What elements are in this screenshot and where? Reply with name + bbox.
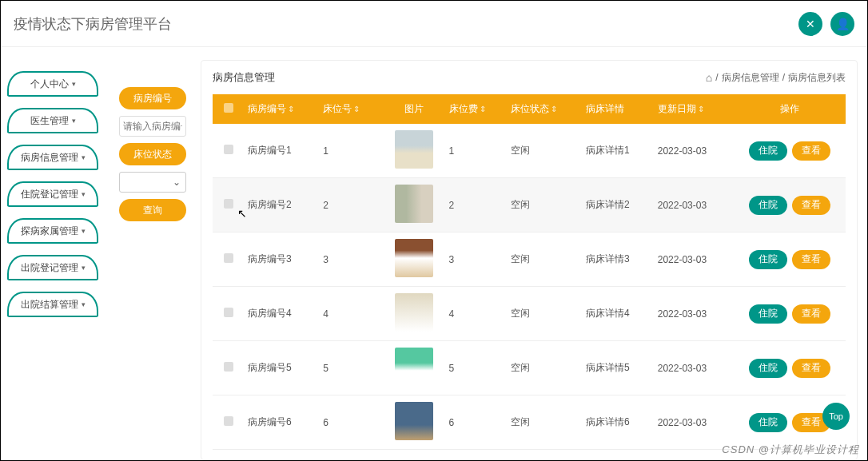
sidebar-item-2[interactable]: 病房信息管理 <box>7 145 98 170</box>
crumb-level-2: 病房信息列表 <box>788 71 846 85</box>
table-row: 病房编号444空闲病床详情42022-03-03住院查看 <box>213 287 846 341</box>
col-room[interactable]: 病房编号 <box>245 94 320 124</box>
sidebar-item-4[interactable]: 探病家属管理 <box>7 218 98 244</box>
cell-room: 病房编号4 <box>245 287 320 341</box>
bed-image[interactable] <box>395 239 433 277</box>
sidebar-item-6[interactable]: 出院结算管理 <box>7 292 98 317</box>
top-bar: 疫情状态下病房管理平台 ✕ 👤 <box>1 1 867 47</box>
cell-status: 空闲 <box>508 341 583 395</box>
cell-fee: 5 <box>446 341 508 395</box>
row-checkbox[interactable] <box>224 308 233 317</box>
main-content: 病房信息管理 ⌂ / 病房信息管理 / 病房信息列表 <box>201 47 867 460</box>
sidebar-item-5[interactable]: 出院登记管理 <box>7 255 98 280</box>
row-checkbox[interactable] <box>224 145 233 154</box>
breadcrumb: ⌂ / 病房信息管理 / 病房信息列表 <box>706 71 846 85</box>
checkin-button[interactable]: 住院 <box>749 141 787 161</box>
sidebar-item-3[interactable]: 住院登记管理 <box>7 181 98 207</box>
cell-date: 2022-03-03 <box>655 341 734 395</box>
col-status[interactable]: 床位状态 <box>508 94 583 124</box>
cell-bed: 4 <box>320 287 381 341</box>
cell-fee: 1 <box>446 124 508 178</box>
cell-date: 2022-03-03 <box>655 287 734 341</box>
cell-detail: 病床详情5 <box>583 341 655 395</box>
checkin-button[interactable]: 住院 <box>749 250 787 269</box>
app-title: 疫情状态下病房管理平台 <box>14 14 172 34</box>
checkin-button[interactable]: 住院 <box>749 413 787 432</box>
filter-status-label[interactable]: 床位状态 <box>119 143 186 165</box>
select-all-checkbox[interactable] <box>224 103 233 113</box>
scroll-top-button[interactable]: Top <box>822 403 850 430</box>
col-ops: 操作 <box>734 94 846 124</box>
cell-room: 病房编号1 <box>245 124 320 178</box>
user-button[interactable]: 👤 <box>830 12 854 36</box>
home-icon[interactable]: ⌂ <box>706 71 712 84</box>
filter-room-label[interactable]: 病房编号 <box>119 87 186 109</box>
table-row: 病房编号333空闲病床详情32022-03-03住院查看 <box>213 232 846 287</box>
cell-room: 病房编号5 <box>245 341 320 395</box>
user-icon: 👤 <box>836 18 850 30</box>
search-button[interactable]: 查询 <box>119 199 186 221</box>
row-checkbox[interactable] <box>224 362 233 372</box>
page-title: 病房信息管理 <box>213 70 275 85</box>
cell-bed: 3 <box>320 232 381 287</box>
cell-status: 空闲 <box>508 395 583 450</box>
content-card: 病房信息管理 ⌂ / 病房信息管理 / 病房信息列表 <box>201 60 858 460</box>
cell-date: 2022-03-03 <box>655 178 734 232</box>
table-wrapper: 病房编号 床位号 图片 床位费 床位状态 病床详情 更新日期 操作 病房编号11… <box>213 94 846 450</box>
table-row: 病房编号555空闲病床详情52022-03-03住院查看 <box>213 341 846 395</box>
bed-image[interactable] <box>395 185 433 223</box>
top-actions: ✕ 👤 <box>798 12 854 36</box>
view-button[interactable]: 查看 <box>792 250 830 269</box>
status-select[interactable]: ⌄ <box>119 172 186 193</box>
table-row: 病房编号111空闲病床详情12022-03-03住院查看 <box>213 124 846 178</box>
bed-image[interactable] <box>395 348 433 386</box>
cell-detail: 病床详情2 <box>583 178 655 232</box>
bed-image[interactable] <box>395 402 433 440</box>
row-checkbox[interactable] <box>224 416 233 426</box>
cell-detail: 病床详情4 <box>583 287 655 341</box>
cell-detail: 病床详情3 <box>583 232 655 287</box>
checkin-button[interactable]: 住院 <box>749 196 787 215</box>
crumb-level-1[interactable]: 病房信息管理 <box>722 71 779 85</box>
cell-fee: 6 <box>446 395 508 450</box>
crossed-tools-icon: ✕ <box>806 18 815 30</box>
app-window: 疫情状态下病房管理平台 ✕ 👤 个人中心医生管理病房信息管理住院登记管理探病家属… <box>0 0 868 461</box>
settings-button[interactable]: ✕ <box>798 12 822 36</box>
bed-image[interactable] <box>395 293 433 332</box>
view-button[interactable]: 查看 <box>792 141 830 161</box>
cell-bed: 5 <box>320 341 381 395</box>
col-date[interactable]: 更新日期 <box>655 94 734 124</box>
checkin-button[interactable]: 住院 <box>749 359 787 378</box>
view-button[interactable]: 查看 <box>792 359 830 378</box>
table-head: 病房编号 床位号 图片 床位费 床位状态 病床详情 更新日期 操作 <box>213 94 846 124</box>
cell-fee: 2 <box>446 178 508 232</box>
row-checkbox[interactable] <box>224 253 233 263</box>
cell-fee: 4 <box>446 287 508 341</box>
room-number-input[interactable] <box>119 116 186 137</box>
card-header: 病房信息管理 ⌂ / 病房信息管理 / 病房信息列表 <box>213 70 846 85</box>
view-button[interactable]: 查看 <box>792 304 830 324</box>
cell-room: 病房编号2 <box>245 178 320 232</box>
col-bed[interactable]: 床位号 <box>320 94 381 124</box>
cell-fee: 3 <box>446 232 508 287</box>
cell-bed: 2 <box>320 178 381 232</box>
data-table: 病房编号 床位号 图片 床位费 床位状态 病床详情 更新日期 操作 病房编号11… <box>213 94 846 450</box>
row-checkbox[interactable] <box>224 199 233 209</box>
sidebar: 个人中心医生管理病房信息管理住院登记管理探病家属管理出院登记管理出院结算管理 <box>1 47 105 460</box>
sidebar-item-1[interactable]: 医生管理 <box>7 108 98 133</box>
body: 个人中心医生管理病房信息管理住院登记管理探病家属管理出院登记管理出院结算管理 病… <box>1 47 867 460</box>
bed-image[interactable] <box>395 130 433 169</box>
cell-date: 2022-03-03 <box>655 124 734 178</box>
table-row: 病房编号666空闲病床详情62022-03-03住院查看 <box>213 395 846 450</box>
checkin-button[interactable]: 住院 <box>749 304 787 324</box>
filter-panel: 病房编号 床位状态 ⌄ 查询 <box>105 47 201 460</box>
cell-bed: 1 <box>320 124 381 178</box>
cell-date: 2022-03-03 <box>655 395 734 450</box>
table-row: 病房编号222空闲病床详情22022-03-03住院查看 <box>213 178 846 232</box>
watermark: CSDN @计算机毕业设计程 <box>722 443 859 457</box>
col-fee[interactable]: 床位费 <box>446 94 508 124</box>
sidebar-item-0[interactable]: 个人中心 <box>7 71 98 97</box>
view-button[interactable]: 查看 <box>792 196 830 215</box>
cell-status: 空闲 <box>508 287 583 341</box>
cell-status: 空闲 <box>508 124 583 178</box>
